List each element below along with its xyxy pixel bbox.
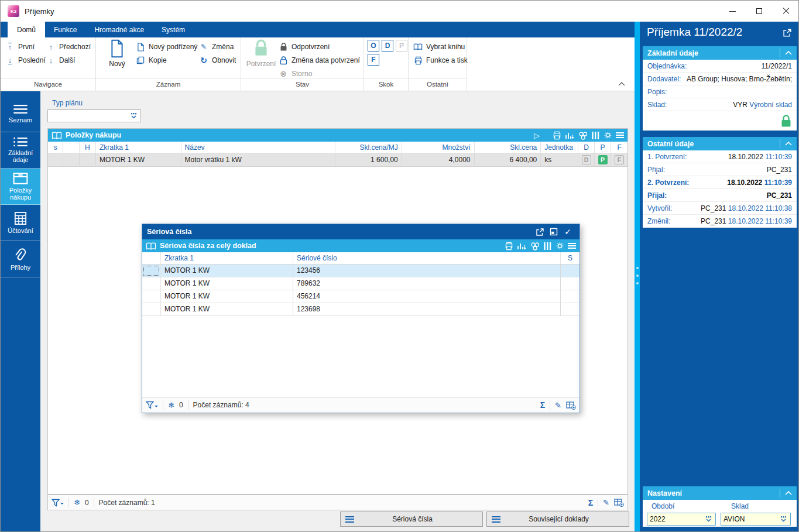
jump-f-button[interactable]: F: [368, 54, 379, 66]
chevron-up-icon[interactable]: [780, 489, 792, 497]
menu-icon[interactable]: [616, 132, 624, 138]
col-mnozstvi[interactable]: Množství: [402, 142, 475, 153]
minimize-button[interactable]: [719, 1, 746, 22]
first-button[interactable]: ↑ První: [5, 41, 35, 53]
col-cena[interactable]: Skl.cena: [475, 142, 541, 153]
snowflake-icon[interactable]: ❄: [168, 401, 174, 410]
collapse-ribbon-button[interactable]: [616, 80, 627, 88]
jump-o-button[interactable]: O: [368, 40, 379, 52]
related-documents-button[interactable]: Související doklady: [486, 512, 629, 527]
col-p[interactable]: P: [595, 142, 611, 153]
sidebar-item-seznam[interactable]: Seznam: [1, 96, 40, 132]
col-s[interactable]: s: [48, 142, 63, 153]
new-button[interactable]: Nový: [102, 39, 132, 77]
col-cena-mj[interactable]: Skl.cena/MJ: [335, 142, 402, 153]
col-d[interactable]: D: [578, 142, 595, 153]
print-icon[interactable]: [505, 242, 513, 250]
chevron-up-icon[interactable]: [780, 49, 792, 57]
refresh-button[interactable]: ↻ Obnovit: [199, 54, 236, 66]
tab-system[interactable]: Systém: [153, 22, 194, 37]
change-confirm-date-button[interactable]: Změna data potvrzení: [279, 54, 360, 66]
edit-icon[interactable]: ✎: [555, 401, 561, 410]
settings-gear-icon[interactable]: [555, 242, 564, 250]
col-zkratka[interactable]: Zkratka 1: [96, 142, 181, 153]
change-button[interactable]: ✎ Změna: [199, 41, 234, 53]
col-f[interactable]: F: [611, 142, 627, 153]
table-row[interactable]: MOTOR 1 KW Motor vrátku 1 kW 1 600,00 4,…: [48, 154, 627, 167]
edit-icon[interactable]: ✎: [603, 498, 609, 507]
unconfirm-button[interactable]: Odpotvrzení: [279, 41, 330, 53]
settings-gear-icon[interactable]: [603, 131, 612, 140]
typ-planu-dropdown[interactable]: [47, 109, 141, 122]
section-header[interactable]: Nastavení: [643, 486, 797, 500]
columns-icon[interactable]: [591, 131, 600, 140]
previous-button[interactable]: ↑ Předchozí: [46, 41, 91, 53]
sum-icon[interactable]: Σ: [588, 498, 593, 507]
select-book-button[interactable]: Vybrat knihu: [413, 41, 465, 53]
dock-window-icon[interactable]: [547, 228, 561, 236]
col-serial[interactable]: Sériové číslo: [293, 252, 561, 264]
play-icon[interactable]: ▷: [534, 131, 540, 140]
row-selector[interactable]: [142, 265, 161, 277]
tab-domu[interactable]: Domů: [8, 22, 45, 37]
check-icon[interactable]: ✓: [561, 227, 575, 236]
table-row[interactable]: MOTOR 1 KW 123698: [142, 303, 579, 316]
new-document-icon: [109, 39, 125, 58]
sidebar-item-polozky-nakupu[interactable]: Položky nákupu: [1, 169, 40, 205]
copy-button[interactable]: Kopie: [136, 54, 167, 66]
obdobi-dropdown[interactable]: 2022: [647, 513, 716, 526]
next-button[interactable]: ↓ Další: [46, 54, 75, 66]
print-icon[interactable]: [553, 131, 561, 140]
jump-d-button[interactable]: D: [382, 40, 393, 52]
serial-numbers-button[interactable]: Sériová čísla: [340, 512, 483, 527]
table-row[interactable]: MOTOR 1 KW 123456: [142, 265, 579, 277]
col-blank[interactable]: [63, 142, 80, 153]
filter-icon[interactable]: [146, 401, 158, 409]
open-external-icon[interactable]: [783, 28, 792, 37]
book-icon: [413, 43, 423, 50]
cell-nazev: Motor vrátku 1 kW: [181, 154, 335, 166]
chart-icon[interactable]: [517, 242, 527, 250]
col-zkratka[interactable]: Zkratka 1: [161, 252, 293, 264]
confirm-button[interactable]: Potvrzení: [246, 39, 276, 77]
sidebar-item-prilohy[interactable]: Přílohy: [1, 241, 40, 277]
tab-funkce[interactable]: Funkce: [45, 22, 85, 37]
menu-icon[interactable]: [568, 243, 576, 249]
panel-splitter[interactable]: [635, 22, 640, 532]
field-objednavka: Objednávka: 11/2022/1: [643, 60, 797, 73]
last-button[interactable]: ↓ Poslední: [5, 54, 46, 66]
section-header[interactable]: Ostatní údaje: [643, 137, 797, 150]
badge-d: D: [582, 155, 591, 164]
close-button[interactable]: [773, 1, 799, 22]
pencil-icon: ✎: [199, 43, 208, 51]
chart-icon[interactable]: [565, 131, 575, 140]
table-add-icon[interactable]: [566, 401, 576, 410]
gears-icon[interactable]: [530, 242, 540, 250]
sum-icon[interactable]: Σ: [540, 400, 545, 410]
table-add-icon[interactable]: [614, 498, 624, 507]
snowflake-icon[interactable]: ❄: [74, 498, 80, 507]
ribbon-tab-bar: Domů Funkce Hromadné akce Systém: [1, 22, 635, 37]
dialog-title-bar[interactable]: Sériová čísla ✓: [142, 224, 579, 239]
section-header[interactable]: Základní údaje: [643, 46, 797, 60]
sidebar-item-zakladni-udaje[interactable]: Základní údaje: [1, 132, 40, 169]
sidebar-item-uctovani[interactable]: Účtování: [1, 205, 40, 241]
chevron-up-icon[interactable]: [780, 139, 792, 148]
col-nazev[interactable]: Název: [181, 142, 335, 153]
functions-print-button[interactable]: Funkce a tisk: [413, 54, 468, 66]
sklad-dropdown[interactable]: AVION: [721, 513, 791, 526]
col-h[interactable]: H: [80, 142, 96, 153]
table-row[interactable]: MOTOR 1 KW 789632: [142, 277, 579, 290]
columns-icon[interactable]: [543, 242, 552, 250]
gears-icon[interactable]: [578, 131, 588, 140]
filter-icon[interactable]: [52, 499, 64, 507]
open-external-icon[interactable]: [533, 228, 547, 236]
table-row[interactable]: MOTOR 1 KW 456214: [142, 290, 579, 303]
new-child-button[interactable]: Nový podřízený: [136, 41, 197, 53]
maximize-button[interactable]: [746, 1, 773, 22]
tab-hromadne-akce[interactable]: Hromadné akce: [85, 22, 153, 37]
col-jednotka[interactable]: Jednotka: [541, 142, 578, 153]
storno-button[interactable]: ⊗ Storno: [279, 68, 312, 80]
jump-p-button[interactable]: P: [396, 40, 407, 52]
col-s[interactable]: S: [561, 252, 579, 264]
